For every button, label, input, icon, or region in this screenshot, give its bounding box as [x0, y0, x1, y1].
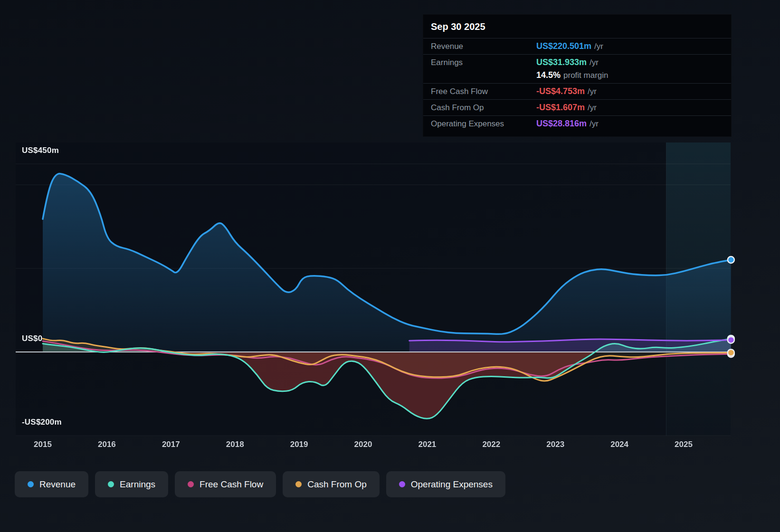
legend-item-operating-expenses[interactable]: Operating Expenses [386, 471, 505, 497]
tooltip-suffix-profit-margin: profit margin [563, 71, 608, 80]
tooltip-row-operating-expenses: Operating Expenses US$28.816m/yr [423, 115, 731, 132]
tooltip-suffix-operating-expenses: /yr [590, 119, 599, 128]
tooltip-row-free-cash-flow: Free Cash Flow -US$4.753m/yr [423, 83, 731, 99]
tooltip-value-revenue: US$220.501m [536, 41, 591, 51]
x-axis-label-2016: 2016 [98, 440, 116, 449]
x-axis-label-2023: 2023 [546, 440, 564, 449]
chart-tooltip: Sep 30 2025 Revenue US$220.501m/yr Earni… [423, 14, 732, 137]
tooltip-value-free-cash-flow: -US$4.753m [536, 86, 585, 96]
revenue-dot-icon [28, 481, 34, 487]
operating-expenses-dot-icon [399, 481, 405, 487]
tooltip-row-cash-from-op: Cash From Op -US$1.607m/yr [423, 99, 731, 115]
y-axis-label-0: US$0 [22, 334, 42, 343]
free-cash-flow-dot-icon [188, 481, 194, 487]
tooltip-row-revenue: Revenue US$220.501m/yr [423, 38, 731, 54]
cash-from-op-dot-icon [295, 481, 302, 487]
x-axis-label-2020: 2020 [354, 440, 372, 449]
legend-label-revenue: Revenue [39, 479, 76, 490]
tooltip-value-profit-margin: 14.5% [536, 70, 561, 80]
tooltip-value-operating-expenses: US$28.816m [536, 119, 587, 128]
x-axis-label-2017: 2017 [162, 440, 180, 449]
page: US$450m US$0 -US$200m 201520162017201820… [0, 0, 780, 532]
legend-item-earnings[interactable]: Earnings [95, 471, 168, 497]
earnings-dot-icon [108, 481, 114, 487]
x-axis-label-2022: 2022 [482, 440, 500, 449]
x-axis-label-2025: 2025 [675, 440, 693, 449]
tooltip-value-cash-from-op: -US$1.607m [536, 103, 585, 112]
legend-item-free-cash-flow[interactable]: Free Cash Flow [175, 471, 276, 497]
tooltip-suffix-earnings: /yr [590, 58, 599, 67]
legend-label-free-cash-flow: Free Cash Flow [200, 479, 263, 490]
tooltip-row-profit-margin: 14.5%profit margin [423, 70, 731, 83]
tooltip-label-earnings: Earnings [431, 58, 536, 67]
x-axis-label-2019: 2019 [290, 440, 308, 449]
financials-history-chart[interactable] [0, 142, 780, 451]
legend-label-operating-expenses: Operating Expenses [411, 479, 493, 490]
y-axis-label-450m: US$450m [22, 146, 59, 155]
tooltip-label-cash-from-op: Cash From Op [431, 103, 536, 113]
tooltip-date: Sep 30 2025 [423, 21, 731, 38]
legend-item-cash-from-op[interactable]: Cash From Op [283, 471, 380, 497]
legend-item-revenue[interactable]: Revenue [15, 471, 88, 497]
tooltip-suffix-cash-from-op: /yr [588, 103, 597, 112]
tooltip-label-revenue: Revenue [431, 42, 536, 51]
tooltip-label-free-cash-flow: Free Cash Flow [431, 87, 536, 96]
tooltip-row-earnings: Earnings US$31.933m/yr [423, 54, 731, 70]
tooltip-value-earnings: US$31.933m [536, 57, 587, 67]
x-axis-label-2021: 2021 [418, 440, 436, 449]
y-axis-label-neg200m: -US$200m [22, 418, 62, 427]
tooltip-suffix-free-cash-flow: /yr [588, 87, 597, 96]
x-axis-label-2024: 2024 [610, 440, 628, 449]
chart-legend: Revenue Earnings Free Cash Flow Cash Fro… [15, 471, 505, 497]
legend-label-cash-from-op: Cash From Op [307, 479, 367, 490]
legend-label-earnings: Earnings [120, 479, 155, 490]
x-axis-label-2015: 2015 [34, 440, 52, 449]
tooltip-suffix-revenue: /yr [594, 42, 603, 51]
x-axis-label-2018: 2018 [226, 440, 244, 449]
tooltip-label-operating-expenses: Operating Expenses [431, 119, 536, 129]
x-axis: 2015201620172018201920202021202220232024… [0, 440, 780, 452]
